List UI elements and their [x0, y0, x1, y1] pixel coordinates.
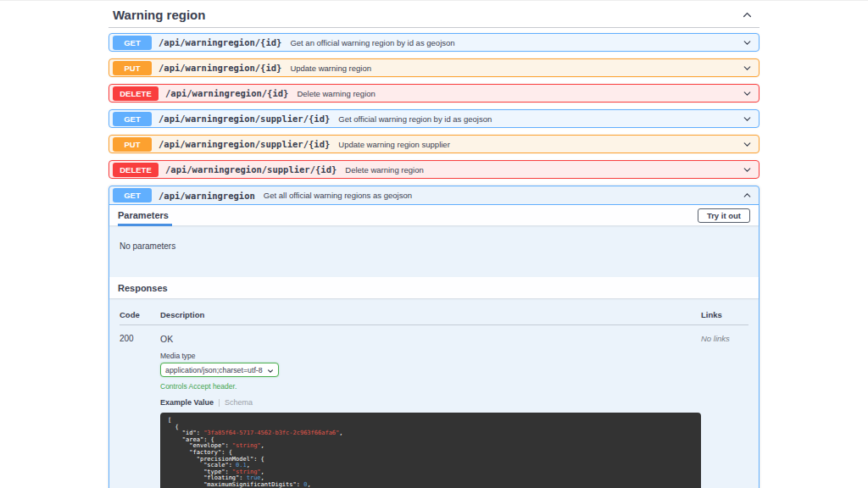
header-description: Description [160, 310, 701, 319]
method-badge: GET [113, 188, 152, 202]
chevron-down-icon[interactable] [743, 64, 752, 73]
chevron-up-icon[interactable] [743, 191, 752, 200]
endpoint-row-get-id[interactable]: GET /api/warningregion/{id} Get an offic… [108, 33, 760, 52]
media-type-select[interactable]: application/json;charset=utf-8 [160, 363, 279, 377]
endpoint-description: Delete warning region [345, 165, 423, 175]
response-links: No links [701, 334, 748, 488]
response-code: 200 [120, 334, 160, 488]
endpoint-expanded-get-all: GET /api/warningregion Get all official … [108, 186, 760, 488]
chevron-down-icon[interactable] [743, 114, 752, 124]
endpoint-description: Get official warning region by id as geo… [338, 114, 492, 124]
method-badge: DELETE [113, 86, 159, 101]
method-badge: GET [113, 112, 152, 126]
example-code-block[interactable]: [ { "id": "3fa85f64-5717-4562-b3fc-2c963… [160, 413, 701, 488]
endpoint-description: Get an official warning region by id as … [290, 38, 454, 47]
endpoint-path: /api/warningregion/supplier/{id} [159, 114, 330, 124]
example-code: [ { "id": "3fa85f64-5717-4562-b3fc-2c963… [168, 418, 693, 488]
tab-parameters[interactable]: Parameters [118, 210, 169, 220]
endpoint-description: Update warning region supplier [338, 140, 450, 149]
parameters-body: No parameters [109, 225, 759, 277]
endpoint-row-put-supplier-id[interactable]: PUT /api/warningregion/supplier/{id} Upd… [108, 135, 760, 153]
example-tabs: Example Value Schema [160, 398, 701, 407]
response-description: OK [160, 334, 701, 344]
endpoint-row-get-supplier-id[interactable]: GET /api/warningregion/supplier/{id} Get… [108, 109, 760, 128]
response-row-200: 200 OK Media type application/json;chars… [120, 325, 748, 488]
section-collapse-button[interactable] [740, 8, 754, 22]
try-it-out-button[interactable]: Try it out [698, 208, 750, 223]
chevron-down-icon[interactable] [743, 89, 752, 98]
endpoint-row-delete-supplier-id[interactable]: DELETE /api/warningregion/supplier/{id} … [108, 160, 760, 179]
section-title: Warning region [113, 8, 205, 22]
endpoint-path: /api/warningregion/supplier/{id} [165, 164, 337, 175]
header-links: Links [701, 310, 748, 319]
media-type-label: Media type [160, 352, 701, 360]
media-type-value: application/json;charset=utf-8 [165, 366, 263, 374]
endpoint-path: /api/warningregion/{id} [165, 88, 288, 98]
endpoint-row-put-id[interactable]: PUT /api/warningregion/{id} Update warni… [108, 58, 760, 77]
tab-separator [219, 399, 220, 407]
header-code: Code [120, 310, 160, 319]
tab-schema[interactable]: Schema [225, 398, 253, 407]
chevron-down-icon[interactable] [743, 165, 752, 175]
endpoint-description: Update warning region [290, 64, 371, 73]
method-badge: PUT [113, 137, 152, 152]
parameters-bar: Parameters Try it out [109, 205, 759, 225]
method-badge: PUT [113, 61, 152, 75]
accept-header-note: Controls Accept header. [160, 382, 701, 391]
endpoint-path: /api/warningregion/supplier/{id} [159, 139, 330, 149]
responses-bar: Responses [109, 277, 759, 298]
chevron-up-icon [742, 9, 753, 20]
no-parameters-text: No parameters [120, 241, 175, 251]
chevron-down-icon[interactable] [743, 38, 752, 47]
method-badge: GET [113, 36, 152, 50]
tab-example-value[interactable]: Example Value [160, 398, 214, 407]
response-description-cell: OK Media type application/json;charset=u… [160, 334, 701, 488]
chevron-down-icon[interactable] [743, 140, 752, 149]
responses-body: Code Description Links 200 OK Media type… [109, 298, 759, 488]
endpoint-description: Delete warning region [297, 89, 375, 98]
endpoint-path: /api/warningregion [159, 191, 255, 201]
section-header[interactable]: Warning region [108, 1, 760, 28]
endpoint-path: /api/warningregion/{id} [159, 63, 281, 73]
swagger-page: Warning region GET /api/warningregion/{i… [0, 0, 868, 488]
chevron-down-icon [267, 363, 274, 378]
warning-region-section: Warning region GET /api/warningregion/{i… [108, 1, 760, 488]
endpoint-row-get-all[interactable]: GET /api/warningregion Get all official … [109, 186, 759, 205]
endpoint-description: Get all official warning regions as geoj… [264, 191, 412, 200]
responses-table-header: Code Description Links [120, 310, 748, 325]
method-badge: DELETE [113, 163, 159, 177]
endpoint-path: /api/warningregion/{id} [159, 37, 281, 47]
responses-title: Responses [118, 283, 168, 293]
endpoint-row-delete-id[interactable]: DELETE /api/warningregion/{id} Delete wa… [108, 84, 760, 103]
